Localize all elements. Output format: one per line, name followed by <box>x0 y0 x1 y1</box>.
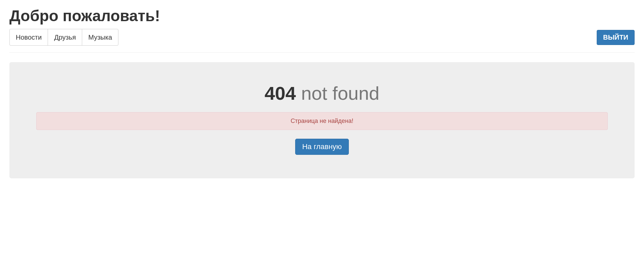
nav-button-group: Новости Друзья Музыка <box>9 29 118 46</box>
error-code: 404 <box>265 83 296 104</box>
error-suffix: not found <box>296 83 379 104</box>
nav-friends-button[interactable]: Друзья <box>48 29 82 46</box>
nav-music-button[interactable]: Музыка <box>82 29 118 46</box>
error-alert: Страница не найдена! <box>36 112 608 130</box>
logout-button[interactable]: ВЫЙТИ <box>597 30 635 45</box>
nav-news-button[interactable]: Новости <box>9 29 48 46</box>
error-heading: 404 not found <box>36 82 608 104</box>
page-title: Добро пожаловать! <box>9 7 635 25</box>
error-panel: 404 not found Страница не найдена! На гл… <box>9 62 635 178</box>
nav-bar: Новости Друзья Музыка ВЫЙТИ <box>9 29 635 53</box>
home-button[interactable]: На главную <box>295 139 349 155</box>
